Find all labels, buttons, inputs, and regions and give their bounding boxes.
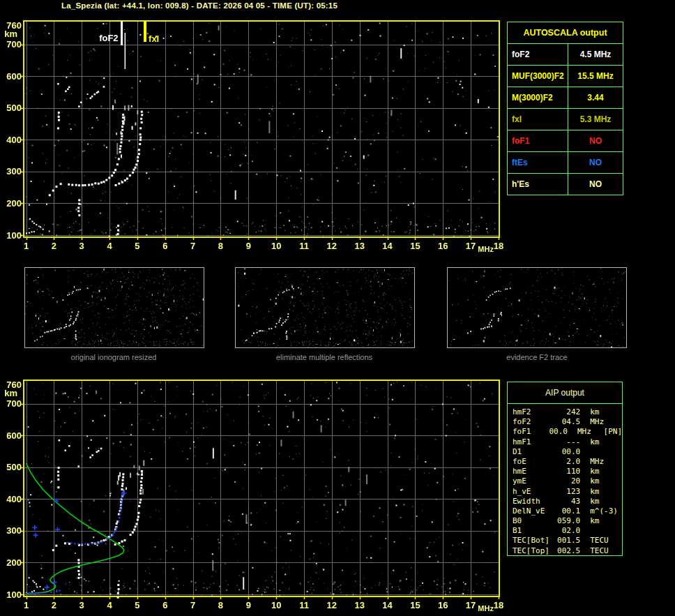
aip-value: 242: [552, 407, 580, 417]
aip-unit: [590, 447, 621, 457]
aip-value: 002.5: [552, 546, 580, 556]
aip-row: hmF1---km: [513, 437, 622, 447]
autoscala-row-label: foF2: [508, 43, 568, 65]
autoscala-row-label: h'Es: [508, 173, 568, 195]
panel-original-ionogram: [24, 267, 204, 348]
aip-row: B0059.0km: [513, 516, 622, 526]
aip-row: DelN_vE00.1m^(-3): [513, 506, 622, 516]
aip-unit: km: [590, 516, 621, 526]
panel-eliminate-reflections: [235, 267, 415, 348]
aip-unit: MHz: [577, 427, 602, 437]
aip-row: h_vE123km: [513, 487, 622, 497]
aip-unit: km: [590, 437, 621, 447]
aip-label: B0: [513, 516, 552, 526]
aip-label: D1: [513, 447, 552, 457]
aip-table-body: hmF2242kmfoF204.5MHzfoF100.0MHz[PN]hmF1-…: [508, 404, 622, 556]
aip-row: hmF2242km: [513, 407, 622, 417]
aip-row: D100.0: [513, 447, 622, 457]
aip-label: hmF2: [513, 407, 552, 417]
aip-value: 00.1: [552, 506, 580, 516]
autoscala-row-label: fxI: [508, 108, 568, 130]
autoscala-row-value: 3.44: [568, 87, 623, 108]
aip-row: TEC[Top]002.5TECU: [513, 546, 622, 556]
autoscala-row-value: 4.5 MHz: [568, 43, 623, 65]
aip-value: 04.5: [552, 417, 580, 427]
aip-unit: m^(-3): [590, 506, 621, 516]
aip-row: foF204.5MHz: [513, 417, 622, 427]
autoscala-row-value: 15.5 MHz: [568, 65, 623, 87]
aip-unit: km: [590, 497, 621, 506]
panel-evidence-f2-trace: [447, 267, 627, 348]
aip-label: B1: [513, 526, 552, 536]
aip-label: TEC[Bot]: [513, 536, 552, 546]
autoscala-row-value: NO: [568, 151, 623, 173]
aip-value: 001.5: [552, 536, 580, 546]
aip-unit: [590, 526, 621, 536]
aip-row: B102.0: [513, 526, 622, 536]
aip-value: 43: [552, 497, 580, 506]
aip-value: ---: [552, 437, 580, 447]
aip-value: 00.0: [545, 427, 568, 437]
aip-unit: km: [590, 476, 621, 486]
caption-eliminate-reflections: eliminate multiple reflections: [276, 353, 372, 361]
aip-table-header: AIP output: [508, 382, 622, 404]
aip-value: 123: [552, 487, 580, 497]
caption-original-ionogram: original ionogram resized: [71, 353, 157, 361]
aip-label: DelN_vE: [513, 506, 552, 516]
aip-unit: TECU: [590, 536, 621, 546]
autoscala-row-value: 5.3 MHz: [568, 108, 623, 130]
aip-label: TEC[Top]: [513, 546, 552, 556]
aip-unit: km: [590, 487, 621, 497]
aip-label: foE: [513, 457, 552, 467]
aip-unit: MHz: [590, 417, 621, 427]
autoscala-row-value: NO: [568, 173, 623, 195]
page-title: La_Spezia (lat: +44.1, lon: 009.8) - DAT…: [61, 1, 338, 10]
aip-value: 02.0: [552, 526, 580, 536]
aip-label: foF1: [513, 427, 545, 437]
aip-extra: [PN]: [604, 427, 623, 437]
aip-unit: TECU: [590, 546, 621, 556]
aip-output-table: AIP output hmF2242kmfoF204.5MHzfoF100.0M…: [507, 382, 623, 556]
aip-value: 059.0: [552, 516, 580, 526]
aip-value: 2.0: [552, 457, 580, 467]
aip-row: ymE20km: [513, 476, 622, 486]
autoscala-row-label: foF1: [508, 130, 568, 151]
aip-label: foF2: [513, 417, 552, 427]
autoscala-table-body: foF24.5 MHzMUF(3000)F215.5 MHzM(3000)F23…: [508, 43, 623, 195]
aip-row: Ewidth43km: [513, 497, 622, 506]
aip-row: foE2.0MHz: [513, 457, 622, 467]
top-ionogram-plot: [0, 17, 503, 258]
aip-label: hmF1: [513, 437, 552, 447]
aip-unit: km: [590, 467, 621, 476]
aip-row: foF100.0MHz[PN]: [513, 427, 622, 437]
aip-value: 00.0: [552, 447, 580, 457]
aip-unit: km: [590, 407, 621, 417]
aip-label: hmE: [513, 467, 552, 476]
aip-label: h_vE: [513, 487, 552, 497]
aip-label: ymE: [513, 476, 552, 486]
autoscala-table-header: AUTOSCALA output: [508, 22, 623, 43]
autoscala-output-table: AUTOSCALA output foF24.5 MHzMUF(3000)F21…: [507, 22, 623, 195]
autoscala-row-label: M(3000)F2: [508, 87, 568, 108]
aip-label: Ewidth: [513, 497, 552, 506]
caption-evidence-f2-trace: evidence F2 trace: [506, 353, 567, 361]
autoscala-output-screen: { "title": "La_Spezia (lat: +44.1, lon: …: [0, 0, 675, 616]
autoscala-row-label: MUF(3000)F2: [508, 65, 568, 87]
aip-unit: MHz: [590, 457, 621, 467]
bottom-ionogram-plot: [0, 377, 503, 616]
aip-value: 20: [552, 476, 580, 486]
aip-row: hmE110km: [513, 467, 622, 476]
autoscala-row-label: ftEs: [508, 151, 568, 173]
aip-value: 110: [552, 467, 580, 476]
aip-row: TEC[Bot]001.5TECU: [513, 536, 622, 546]
autoscala-row-value: NO: [568, 130, 623, 151]
